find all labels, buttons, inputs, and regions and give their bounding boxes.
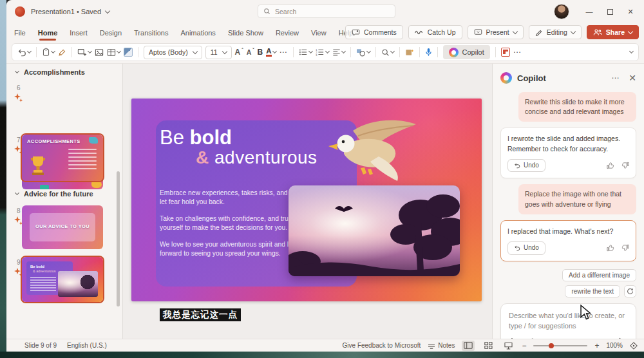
minimize-button[interactable]: —: [580, 0, 599, 23]
shapes-button[interactable]: [356, 46, 370, 59]
editing-dropdown-icon[interactable]: [571, 28, 576, 33]
catch-up-button[interactable]: Catch Up: [408, 25, 462, 39]
more-font-options-button[interactable]: ⋯: [279, 46, 288, 59]
fit-to-window-icon[interactable]: [630, 342, 638, 350]
tab-review[interactable]: Review: [276, 23, 299, 42]
find-dropdown-icon[interactable]: [390, 49, 395, 53]
feedback-link[interactable]: Give Feedback to Microsoft: [343, 342, 421, 349]
document-title[interactable]: Presentation1 • Saved: [31, 0, 109, 23]
notes-toggle[interactable]: Notes: [428, 342, 455, 349]
tab-transitions[interactable]: Transitions: [134, 23, 168, 42]
slide-7-thumbnail[interactable]: ACCOMPLISHMENTS: [22, 135, 103, 181]
slide-8-thumbnail[interactable]: OUR ADVICE TO YOU: [22, 205, 103, 249]
shapes-dropdown-icon[interactable]: [366, 49, 371, 53]
tab-home[interactable]: Home: [38, 23, 58, 42]
new-slide-dropdown-icon[interactable]: [88, 49, 92, 53]
tab-file[interactable]: File: [14, 23, 26, 42]
thumbs-up-icon[interactable]: [607, 162, 614, 169]
close-button[interactable]: ✕: [621, 0, 640, 23]
thumbs-down-icon[interactable]: [621, 162, 629, 169]
toolbar-overflow-button[interactable]: ⋯: [513, 46, 522, 59]
copilot-more-button[interactable]: ⋯: [611, 73, 620, 82]
designer-panel-button[interactable]: [501, 46, 510, 59]
undo-button[interactable]: [17, 46, 31, 59]
bold-button[interactable]: B: [258, 46, 263, 59]
copilot-close-button[interactable]: ✕: [629, 73, 636, 83]
tab-slide-show[interactable]: Slide Show: [228, 23, 263, 42]
tab-view[interactable]: View: [311, 23, 327, 42]
zoom-slider-handle[interactable]: [549, 343, 554, 348]
undo-button[interactable]: Undo: [507, 159, 545, 173]
font-size-select[interactable]: 11: [205, 46, 232, 59]
section-advice[interactable]: Advice for the future: [15, 190, 93, 198]
shape-fill-button[interactable]: [124, 46, 133, 59]
undo-button[interactable]: Undo: [507, 241, 545, 255]
font-color-button[interactable]: A: [266, 46, 276, 59]
decrease-font-button[interactable]: Aˇ: [247, 46, 254, 59]
font-size-value: 11: [211, 48, 218, 56]
font-color-dropdown-icon[interactable]: [272, 49, 277, 53]
copilot-toolbar-button[interactable]: Copilot: [443, 45, 490, 59]
align-button[interactable]: [332, 46, 345, 59]
present-button[interactable]: Present: [468, 25, 524, 39]
find-button[interactable]: [381, 46, 394, 59]
collapse-toolbar-button[interactable]: [630, 46, 633, 59]
toolbar-divider: [375, 47, 376, 57]
catch-up-label: Catch Up: [428, 28, 456, 36]
slide-9-title-a: Be bold: [30, 265, 44, 268]
user-avatar[interactable]: [554, 4, 569, 19]
table-dropdown-icon[interactable]: [117, 49, 121, 53]
section-collapse-icon: [15, 69, 19, 73]
insert-table-button[interactable]: [107, 46, 120, 59]
comments-button[interactable]: Comments: [345, 25, 403, 39]
slide-sorter-view-button[interactable]: [482, 341, 495, 351]
toolbar-divider: [350, 47, 351, 57]
maximize-button[interactable]: [600, 0, 620, 23]
copilot-conversation: Rewrite this slide to make it more conci…: [500, 92, 636, 261]
font-name-select[interactable]: Aptos (Body): [144, 46, 202, 59]
numbering-dropdown-icon[interactable]: [325, 49, 330, 53]
refresh-suggestions-button[interactable]: [624, 285, 636, 297]
share-dropdown-icon[interactable]: [628, 28, 633, 33]
undo-icon: [514, 245, 520, 251]
increase-font-button[interactable]: Aˆ: [235, 46, 243, 59]
refresh-icon: [627, 288, 634, 295]
designer-button[interactable]: [405, 46, 414, 59]
sidebar-scrollbar[interactable]: [117, 171, 120, 306]
language-status[interactable]: English (U.S.): [67, 342, 107, 349]
undo-dropdown-icon[interactable]: [27, 49, 32, 53]
bullets-dropdown-icon[interactable]: [308, 49, 313, 53]
insert-picture-button[interactable]: [95, 46, 104, 59]
numbering-button[interactable]: 123: [316, 46, 329, 59]
paste-button[interactable]: [42, 46, 55, 59]
zoom-out-button[interactable]: −: [522, 341, 526, 350]
normal-view-button[interactable]: [462, 341, 475, 351]
undo-label: Undo: [524, 243, 539, 253]
suggestion-chip[interactable]: rewrite the text: [565, 285, 620, 297]
present-dropdown-icon[interactable]: [512, 28, 517, 33]
thumbs-up-icon[interactable]: [607, 244, 614, 252]
zoom-level[interactable]: 100%: [606, 342, 623, 349]
zoom-in-button[interactable]: +: [594, 341, 599, 350]
zoom-slider[interactable]: [533, 343, 587, 349]
tab-insert[interactable]: Insert: [70, 23, 88, 42]
tab-design[interactable]: Design: [100, 23, 122, 42]
bullets-button[interactable]: [299, 46, 312, 59]
new-slide-button[interactable]: [77, 46, 91, 59]
slide-canvas[interactable]: Be bold & adventurous Embrace new experi…: [131, 99, 482, 301]
slideshow-view-button[interactable]: [502, 341, 515, 351]
dictate-button[interactable]: [425, 46, 432, 59]
notes-label: Notes: [438, 342, 455, 349]
editing-mode-button[interactable]: Editing: [529, 25, 582, 39]
thumbs-down-icon[interactable]: [621, 244, 629, 252]
slide-7-title: ACCOMPLISHMENTS: [27, 138, 80, 144]
align-dropdown-icon[interactable]: [341, 49, 346, 53]
format-painter-button[interactable]: [58, 46, 66, 59]
section-accomplishments[interactable]: Accomplishments: [15, 68, 85, 76]
suggestion-chip[interactable]: Add a different image: [562, 269, 636, 281]
paste-dropdown-icon[interactable]: [51, 49, 55, 53]
slide-9-thumbnail[interactable]: Be bold & adventurous: [22, 257, 103, 302]
share-button[interactable]: Share: [587, 25, 639, 39]
search-input[interactable]: Search: [258, 5, 395, 18]
tab-animations[interactable]: Animations: [180, 23, 215, 42]
